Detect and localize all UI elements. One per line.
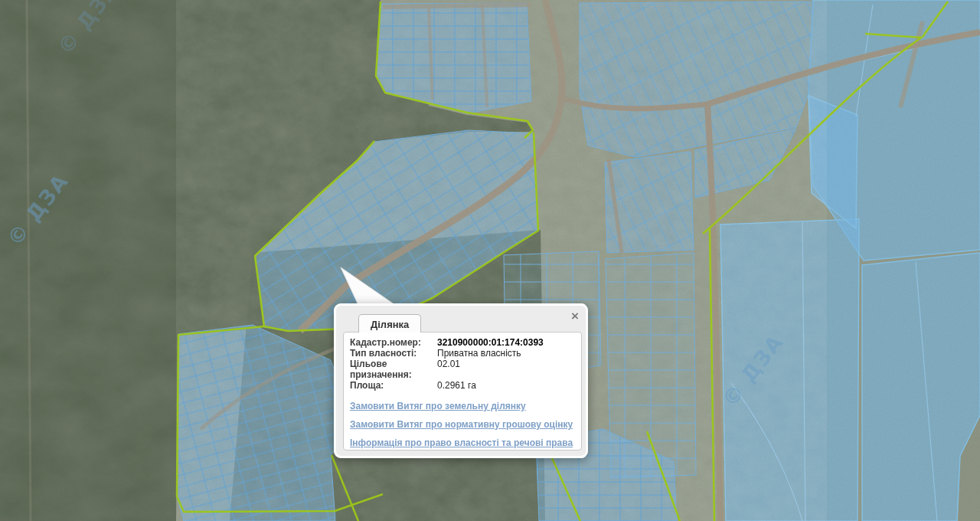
field-value: Приватна власність [437,348,521,359]
field-label: Площа: [350,380,437,391]
link-order-parcel-extract[interactable]: Замовити Витяг про земельну ділянку [350,401,575,411]
parcel-links: Замовити Витяг про земельну ділянку Замо… [350,401,575,448]
field-value: 02.01 [437,359,460,380]
parcel-info-popup: × Ділянка Кадастр.номер: 3210900000:01:1… [334,303,588,458]
field-label: Тип власності: [350,348,437,359]
field-value: 0.2961 га [437,380,476,391]
parcel-details-panel: Кадастр.номер: 3210900000:01:174:0393 Ти… [343,332,582,451]
field-cadastral-number: Кадастр.номер: 3210900000:01:174:0393 [350,337,575,348]
link-order-monetary-valuation-extract[interactable]: Замовити Витяг про нормативну грошову оц… [350,419,575,430]
field-value: 3210900000:01:174:0393 [437,337,544,348]
tab-parcel[interactable]: Ділянка [358,314,421,333]
field-area: Площа: 0.2961 га [350,380,575,391]
close-icon[interactable]: × [570,308,580,324]
cadastral-map-viewport: © ДЗА © ДЗА © ДЗА × Ділянка Кадастр.номе… [0,0,980,521]
field-ownership-type: Тип власності: Приватна власність [350,348,575,359]
field-label: Цільове призначення: [350,359,437,380]
link-ownership-rights-info[interactable]: Інформація про право власності та речові… [350,437,575,448]
popup-callout-tail [335,264,401,306]
field-designated-purpose: Цільове призначення: 02.01 [350,359,575,380]
field-label: Кадастр.номер: [350,337,437,348]
